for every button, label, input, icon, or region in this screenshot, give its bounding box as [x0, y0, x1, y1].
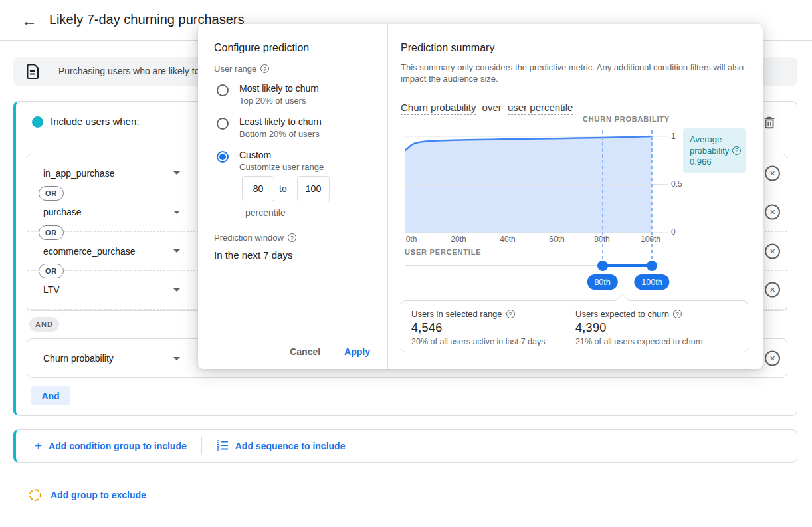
- summary-title: Prediction summary: [401, 42, 494, 54]
- and-operator-pill: AND: [29, 317, 59, 332]
- y-tick-label: 0.5: [671, 179, 682, 189]
- add-and-condition-button[interactable]: And: [31, 386, 70, 405]
- include-group-icon: [32, 116, 43, 128]
- back-arrow-icon[interactable]: ←: [19, 10, 40, 31]
- prediction-window-label: Prediction window ?: [214, 233, 296, 243]
- slider-value-pill-high: 100th: [634, 274, 669, 290]
- remove-condition-button[interactable]: ✕: [765, 205, 780, 220]
- percentile-label: percentile: [245, 207, 286, 218]
- chevron-down-icon: [173, 171, 180, 175]
- stat-users-in-range: Users in selected range ? 4,546 20% of a…: [411, 309, 546, 346]
- configure-prediction-dialog: Configure prediction User range ? Most l…: [198, 24, 763, 369]
- help-icon[interactable]: ?: [260, 64, 269, 73]
- delete-group-trash-icon[interactable]: [762, 115, 777, 130]
- condition-dropdown[interactable]: purchase: [43, 193, 183, 232]
- apply-button[interactable]: Apply: [344, 346, 370, 357]
- remove-condition-button[interactable]: ✕: [765, 165, 780, 181]
- radio-least-likely[interactable]: Least likely to churn Bottom 20% of user…: [217, 116, 322, 140]
- chart-title: Churn probability over user percentile: [401, 102, 576, 113]
- summary-description: This summary only considers the predicti…: [401, 62, 752, 84]
- radio-unselected-icon: [217, 118, 229, 130]
- dialog-footer: Cancel Apply: [198, 334, 387, 369]
- cancel-button[interactable]: Cancel: [290, 346, 320, 357]
- chart-x-axis-label: USER PERCENTILE: [405, 248, 481, 256]
- add-group-to-exclude-button[interactable]: Add group to exclude: [29, 489, 146, 501]
- radio-custom[interactable]: Custom Customize user range: [217, 149, 324, 173]
- plus-icon: +: [35, 439, 42, 453]
- chart-y-axis-label: CHURN PROBABILITY: [464, 115, 670, 123]
- to-label: to: [279, 183, 287, 194]
- exclude-dashed-circle-icon: [29, 489, 41, 501]
- add-group-card: + Add condition group to include Add seq…: [13, 429, 797, 463]
- y-tick-label: 0: [671, 227, 676, 237]
- slider-handle-low[interactable]: [597, 261, 608, 271]
- chevron-down-icon: [173, 211, 180, 214]
- average-probability-tooltip: Average probability ? 0.966: [683, 128, 746, 173]
- y-tick-label: 1: [671, 132, 676, 141]
- summary-stats-box: Users in selected range ? 4,546 20% of a…: [401, 300, 748, 352]
- x-tick-label: 60th: [539, 235, 575, 244]
- remove-condition-button[interactable]: ✕: [765, 243, 780, 259]
- slider-value-pill-low: 80th: [587, 274, 617, 290]
- x-tick-label: 100th: [633, 235, 668, 244]
- or-operator-pill: OR: [39, 186, 64, 201]
- condition-dropdown[interactable]: in_app_purchase: [43, 154, 183, 193]
- chevron-down-icon: [173, 249, 180, 253]
- remove-condition-button[interactable]: ✕: [765, 351, 780, 366]
- condition-dropdown[interactable]: LTV: [43, 271, 183, 310]
- add-condition-group-button[interactable]: + Add condition group to include: [35, 439, 187, 453]
- sequence-list-icon: [217, 440, 229, 453]
- help-icon[interactable]: ?: [506, 310, 515, 318]
- stat-users-expected-churn: Users expected to churn ? 4,390 21% of a…: [575, 309, 703, 346]
- or-operator-pill: OR: [39, 264, 64, 278]
- condition-dropdown[interactable]: Churn probability: [43, 339, 183, 377]
- x-tick-label: 20th: [441, 235, 476, 244]
- range-from-input[interactable]: [242, 176, 274, 201]
- radio-unselected-icon: [217, 84, 229, 96]
- help-icon[interactable]: ?: [732, 146, 741, 155]
- slider-handle-high[interactable]: [647, 261, 657, 271]
- help-icon[interactable]: ?: [673, 310, 682, 318]
- user-range-label: User range ?: [214, 64, 269, 74]
- or-operator-pill: OR: [39, 225, 64, 240]
- selection-dashed-line: [602, 130, 603, 264]
- condition-dropdown[interactable]: ecommerce_purchase: [43, 232, 183, 270]
- selection-dashed-line: [651, 130, 653, 264]
- range-to-input[interactable]: [297, 176, 330, 201]
- chevron-down-icon: [173, 357, 180, 360]
- audience-builder-page: ← Likely 7-day churning purchasers Purch…: [0, 0, 812, 527]
- x-tick-label: 40th: [490, 235, 526, 244]
- audience-description-text: Purchasing users who are likely to: [58, 66, 199, 76]
- help-icon[interactable]: ?: [288, 233, 296, 242]
- prediction-window-value: In the next 7 days: [214, 249, 292, 261]
- x-tick-label: 0th: [393, 235, 429, 244]
- remove-condition-button[interactable]: ✕: [765, 282, 780, 298]
- add-sequence-button[interactable]: Add sequence to include: [217, 440, 346, 453]
- percentile-slider-selected-range: [603, 264, 652, 267]
- dialog-title: Configure prediction: [214, 42, 309, 54]
- document-icon: [27, 64, 39, 82]
- chevron-down-icon: [173, 288, 180, 292]
- churn-probability-chart: [405, 130, 670, 237]
- radio-selected-icon: [217, 151, 229, 163]
- include-group-title: Include users when:: [51, 116, 139, 127]
- radio-most-likely[interactable]: Most likely to churn Top 20% of users: [217, 82, 319, 106]
